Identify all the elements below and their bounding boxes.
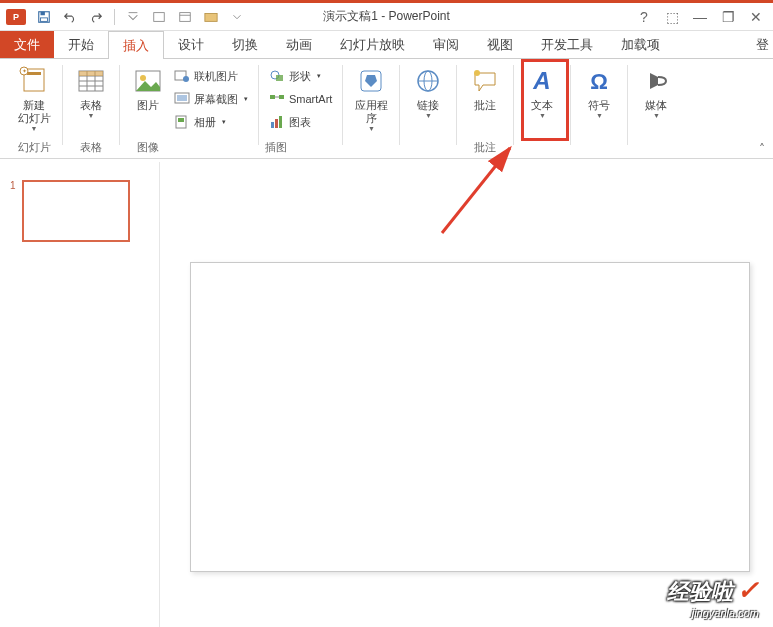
smartart-icon	[269, 91, 285, 107]
chart-button[interactable]: 图表	[265, 111, 336, 133]
table-button[interactable]: 表格 ▼	[69, 63, 113, 119]
dropdown-icon: ▼	[653, 112, 660, 119]
picture-icon	[132, 65, 164, 97]
dropdown-icon: ▼	[31, 125, 38, 132]
new-slide-button[interactable]: ✦ 新建 幻灯片 ▼	[12, 63, 56, 132]
symbol-icon: Ω	[583, 65, 615, 97]
smartart-button[interactable]: SmartArt	[265, 88, 336, 110]
online-pictures-button[interactable]: 联机图片	[170, 65, 252, 87]
signin-link[interactable]: 登	[742, 31, 773, 59]
restore-button[interactable]: ❐	[715, 5, 741, 29]
qat-item-1[interactable]	[147, 5, 171, 29]
tab-insert[interactable]: 插入	[108, 31, 164, 59]
shapes-label: 形状	[289, 69, 311, 84]
svg-rect-5	[180, 12, 191, 21]
group-apps: 应用程 序 ▼	[343, 63, 399, 157]
tab-file[interactable]: 文件	[0, 31, 54, 59]
album-icon	[174, 114, 190, 130]
svg-rect-18	[79, 71, 103, 76]
ribbon-tabs: 文件 开始 插入 设计 切换 动画 幻灯片放映 审阅 视图 开发工具 加载项 登	[0, 31, 773, 59]
apps-icon	[355, 65, 387, 97]
group-tables: 表格 ▼ 表格	[63, 63, 119, 157]
svg-point-39	[474, 70, 480, 76]
group-slides: ✦ 新建 幻灯片 ▼ 幻灯片	[6, 63, 62, 157]
tab-review[interactable]: 审阅	[419, 31, 473, 59]
tab-developer[interactable]: 开发工具	[527, 31, 607, 59]
tab-home[interactable]: 开始	[54, 31, 108, 59]
svg-rect-9	[27, 72, 41, 75]
hyperlink-button[interactable]: 链接 ▼	[406, 63, 450, 119]
tab-animations[interactable]: 动画	[272, 31, 326, 59]
comment-button[interactable]: 批注	[463, 63, 507, 112]
text-label: 文本	[531, 99, 553, 112]
tab-view[interactable]: 视图	[473, 31, 527, 59]
qat-customize[interactable]	[121, 5, 145, 29]
minimize-button[interactable]: —	[687, 5, 713, 29]
group-images-label: 图像	[137, 140, 159, 155]
qat-item-2[interactable]	[173, 5, 197, 29]
help-button[interactable]: ?	[631, 5, 657, 29]
group-text: A 文本 ▼	[514, 63, 570, 157]
shapes-icon	[269, 68, 285, 84]
dropdown-icon: ▼	[596, 112, 603, 119]
group-illustrations: 形状▾ SmartArt 图表 插图	[259, 63, 342, 157]
svg-rect-24	[177, 95, 187, 101]
dropdown-icon: ▼	[539, 112, 546, 119]
screenshot-button[interactable]: 屏幕截图▾	[170, 88, 252, 110]
media-label: 媒体	[645, 99, 667, 112]
svg-text:Ω: Ω	[591, 69, 609, 94]
symbols-button[interactable]: Ω 符号 ▼	[577, 63, 621, 119]
svg-rect-29	[270, 95, 275, 99]
tab-slideshow[interactable]: 幻灯片放映	[326, 31, 419, 59]
chart-label: 图表	[289, 115, 311, 130]
photo-album-button[interactable]: 相册▾	[170, 111, 252, 133]
media-icon	[640, 65, 672, 97]
group-images: 图片 图像 联机图片 屏幕截图▾ 相册▾	[120, 63, 258, 157]
slide-canvas[interactable]	[190, 262, 750, 572]
screenshot-label: 屏幕截图	[194, 92, 238, 107]
qat-item-3[interactable]	[199, 5, 223, 29]
table-icon	[75, 65, 107, 97]
group-comments: 批注 批注	[457, 63, 513, 157]
online-pictures-icon	[174, 68, 190, 84]
text-icon: A	[526, 65, 558, 97]
qat-dropdown[interactable]	[225, 5, 249, 29]
ribbon-display-button[interactable]: ⬚	[659, 5, 685, 29]
dropdown-icon: ▼	[425, 112, 432, 119]
svg-point-22	[183, 76, 189, 82]
slide-number: 1	[10, 180, 16, 191]
dropdown-icon: ▾	[244, 95, 248, 103]
group-comments-label: 批注	[474, 140, 496, 155]
new-slide-label: 新建 幻灯片	[18, 99, 51, 125]
group-illustrations-label: 插图	[265, 140, 336, 155]
table-label: 表格	[80, 99, 102, 112]
tab-design[interactable]: 设计	[164, 31, 218, 59]
illustrations-stack: 形状▾ SmartArt 图表	[265, 63, 336, 133]
work-area: 1	[0, 162, 773, 627]
redo-button[interactable]	[84, 5, 108, 29]
text-button[interactable]: A 文本 ▼	[520, 63, 564, 119]
slide-thumbnail-pane[interactable]: 1	[0, 162, 160, 627]
svg-rect-30	[279, 95, 284, 99]
apps-button[interactable]: 应用程 序 ▼	[349, 63, 393, 132]
svg-rect-26	[178, 118, 184, 122]
collapse-ribbon-button[interactable]: ˄	[759, 142, 765, 156]
slide-editor[interactable]	[160, 162, 773, 627]
tab-addins[interactable]: 加载项	[607, 31, 674, 59]
slide-thumbnail-1[interactable]: 1	[10, 180, 149, 242]
svg-text:✦: ✦	[22, 68, 27, 74]
close-button[interactable]: ✕	[743, 5, 769, 29]
svg-rect-4	[154, 12, 165, 21]
title-bar: P 演示文稿1 - PowerPoint ? ⬚ — ❐ ✕	[0, 3, 773, 31]
powerpoint-icon: P	[6, 9, 26, 25]
group-symbols: Ω 符号 ▼	[571, 63, 627, 157]
group-links: 链接 ▼	[400, 63, 456, 157]
tab-transitions[interactable]: 切换	[218, 31, 272, 59]
shapes-button[interactable]: 形状▾	[265, 65, 336, 87]
pictures-button[interactable]: 图片	[126, 63, 170, 112]
undo-button[interactable]	[58, 5, 82, 29]
media-button[interactable]: 媒体 ▼	[634, 63, 678, 119]
save-button[interactable]	[32, 5, 56, 29]
dropdown-icon: ▾	[317, 72, 321, 80]
separator	[114, 9, 115, 25]
